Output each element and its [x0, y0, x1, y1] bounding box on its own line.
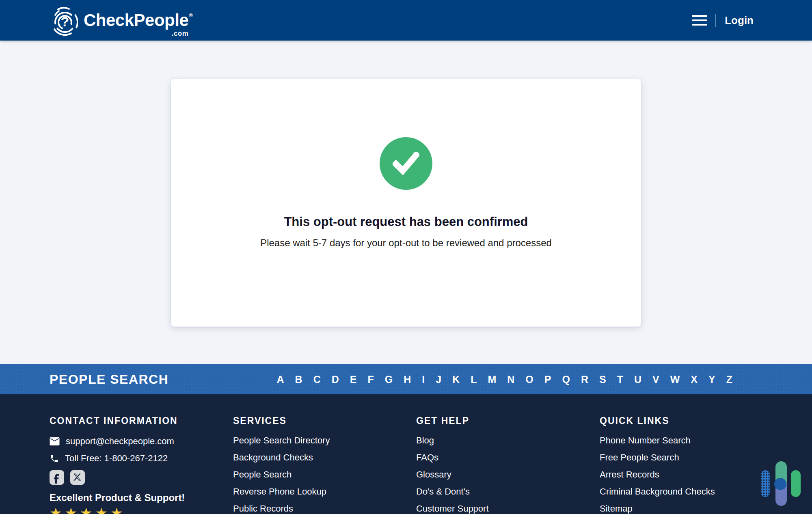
footer-services-column: SERVICES People Search DirectoryBackgrou… [233, 415, 416, 514]
trademark-symbol: ® [189, 13, 192, 18]
brand-name: CheckPeople® .com [84, 12, 194, 29]
footer-link[interactable]: Free People Search [600, 453, 812, 462]
footer-link[interactable]: Public Records [233, 504, 416, 513]
star-icon: ★ [50, 505, 65, 514]
facebook-icon[interactable] [50, 470, 64, 485]
footer-link[interactable]: Background Checks [233, 453, 416, 462]
alphabet-letter[interactable]: W [670, 374, 680, 385]
star-icon: ★ [110, 505, 125, 514]
brand-logo[interactable]: ? CheckPeople® .com [52, 4, 194, 36]
decorative-pill-green [791, 470, 801, 497]
star-icon: ★ [65, 505, 80, 514]
footer-link[interactable]: Reverse Phone Lookup [233, 487, 416, 496]
footer: CONTACT INFORMATION support@checkpeople.… [0, 394, 812, 514]
rating-stars: ★★★★★ [50, 506, 233, 514]
star-icon: ★ [95, 505, 110, 514]
top-navbar: ? CheckPeople® .com Login [0, 0, 812, 41]
decorative-circle [774, 478, 786, 490]
alphabet-letter[interactable]: O [525, 374, 533, 385]
services-links: People Search DirectoryBackground Checks… [233, 436, 416, 513]
star-icon: ★ [80, 505, 95, 514]
alphabet-letter[interactable]: I [422, 374, 425, 385]
alphabet-letter[interactable]: L [471, 374, 477, 385]
alphabet-letter[interactable]: K [452, 374, 460, 385]
alphabet-letter[interactable]: Q [562, 374, 570, 385]
alphabet-letter[interactable]: P [544, 374, 551, 385]
alphabet-letter[interactable]: C [313, 374, 321, 385]
footer-link[interactable]: FAQs [416, 453, 600, 462]
decorative-graphic [761, 461, 801, 506]
footer-link[interactable]: Customer Support [416, 504, 600, 513]
support-email-link[interactable]: support@checkpeople.com [50, 436, 233, 447]
main-content: This opt-out request has been confirmed … [0, 41, 812, 364]
footer-link[interactable]: Phone Number Search [600, 436, 812, 445]
confirmation-card: This opt-out request has been confirmed … [171, 79, 641, 327]
people-search-bar: PEOPLE SEARCH ABCDEFGHIJKLMNOPQRSTUVWXYZ [0, 364, 812, 394]
toll-free-phone-link[interactable]: Toll Free: 1-800-267-2122 [50, 453, 233, 464]
nav-divider [715, 14, 716, 27]
x-twitter-icon[interactable] [70, 470, 85, 485]
fingerprint-question-icon: ? [52, 4, 78, 36]
review-text: Excellent Product & Support! [50, 492, 233, 503]
confirmation-subtext: Please wait 5-7 days for your opt-out to… [171, 237, 641, 249]
brand-tld: .com [172, 30, 189, 37]
alphabet-nav: ABCDEFGHIJKLMNOPQRSTUVWXYZ [277, 374, 732, 385]
phone-icon [50, 454, 59, 463]
success-check-icon [380, 137, 432, 190]
people-search-title: PEOPLE SEARCH [50, 372, 168, 387]
footer-contact-column: CONTACT INFORMATION support@checkpeople.… [50, 415, 233, 514]
services-heading: SERVICES [233, 415, 416, 426]
alphabet-letter[interactable]: M [488, 374, 496, 385]
footer-link[interactable]: Glossary [416, 470, 600, 479]
alphabet-letter[interactable]: G [385, 374, 393, 385]
alphabet-letter[interactable]: B [295, 374, 302, 385]
confirmation-heading: This opt-out request has been confirmed [171, 215, 641, 229]
social-links [50, 470, 233, 485]
alphabet-letter[interactable]: V [652, 374, 659, 385]
svg-text:?: ? [61, 14, 69, 29]
get-help-heading: GET HELP [416, 415, 600, 426]
footer-get-help-column: GET HELP BlogFAQsGlossaryDo's & Dont'sCu… [416, 415, 600, 514]
alphabet-letter[interactable]: Y [708, 374, 715, 385]
alphabet-letter[interactable]: D [332, 374, 339, 385]
mail-icon [50, 437, 60, 445]
alphabet-letter[interactable]: A [277, 374, 284, 385]
alphabet-letter[interactable]: F [367, 374, 374, 385]
alphabet-letter[interactable]: N [507, 374, 514, 385]
login-button[interactable]: Login [725, 14, 754, 27]
contact-heading: CONTACT INFORMATION [50, 415, 233, 426]
alphabet-letter[interactable]: T [617, 374, 623, 385]
alphabet-letter[interactable]: X [691, 374, 698, 385]
menu-icon[interactable] [692, 15, 707, 26]
footer-link[interactable]: People Search [233, 470, 416, 479]
alphabet-letter[interactable]: J [436, 374, 441, 385]
alphabet-letter[interactable]: R [581, 374, 588, 385]
footer-link[interactable]: Do's & Dont's [416, 487, 600, 496]
alphabet-letter[interactable]: H [404, 374, 411, 385]
decorative-pill-dotted-blue [761, 470, 770, 497]
footer-link[interactable]: Blog [416, 436, 600, 445]
alphabet-letter[interactable]: Z [726, 374, 732, 385]
alphabet-letter[interactable]: E [350, 374, 357, 385]
alphabet-letter[interactable]: U [634, 374, 641, 385]
footer-link[interactable]: People Search Directory [233, 436, 416, 445]
get-help-links: BlogFAQsGlossaryDo's & Dont'sCustomer Su… [416, 436, 600, 513]
alphabet-letter[interactable]: S [599, 374, 606, 385]
quick-links-heading: QUICK LINKS [600, 415, 812, 426]
